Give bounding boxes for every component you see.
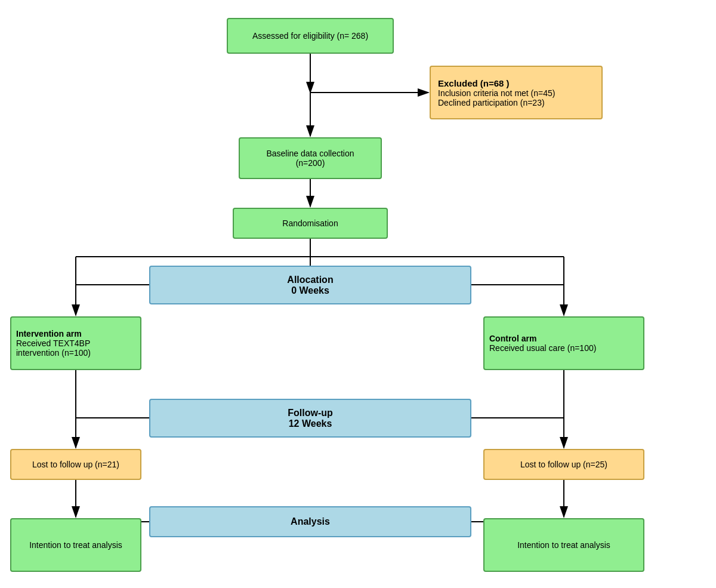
followup-label-bold: Follow-up xyxy=(288,408,333,418)
randomisation-label: Randomisation xyxy=(282,218,338,228)
analysis-label-bold: Analysis xyxy=(291,516,330,527)
excluded-box: Excluded (n=68 ) Inclusion criteria not … xyxy=(430,66,603,119)
baseline-box: Baseline data collection (n=200) xyxy=(239,137,382,179)
intervention-label-line1: Received TEXT4BP xyxy=(16,338,90,348)
excluded-label-line2: Declined participation (n=23) xyxy=(438,98,545,107)
lost-right-box: Lost to follow up (n=25) xyxy=(483,449,644,480)
itta-left-label: Intention to treat analysis xyxy=(29,540,122,550)
eligibility-label: Assessed for eligibility (n= 268) xyxy=(252,31,368,41)
lost-left-label: Lost to follow up (n=21) xyxy=(32,460,119,469)
eligibility-box: Assessed for eligibility (n= 268) xyxy=(227,18,394,54)
baseline-n: (n=200) xyxy=(296,158,325,168)
lost-right-label: Lost to follow up (n=25) xyxy=(520,460,607,469)
followup-box: Follow-up 12 Weeks xyxy=(149,399,471,438)
allocation-label-weeks: 0 Weeks xyxy=(291,285,329,296)
itta-left-box: Intention to treat analysis xyxy=(10,518,141,572)
control-box: Control arm Received usual care (n=100) xyxy=(483,316,644,370)
allocation-label-bold: Allocation xyxy=(287,275,333,285)
intervention-label-line2: intervention (n=100) xyxy=(16,348,91,358)
itta-right-label: Intention to treat analysis xyxy=(517,540,610,550)
followup-label-weeks: 12 Weeks xyxy=(289,418,332,429)
analysis-box: Analysis xyxy=(149,506,471,537)
itta-right-box: Intention to treat analysis xyxy=(483,518,644,572)
control-label-bold: Control arm xyxy=(489,334,536,343)
control-label-line1: Received usual care (n=100) xyxy=(489,343,596,353)
lost-left-box: Lost to follow up (n=21) xyxy=(10,449,141,480)
excluded-label-line1: Inclusion criteria not met (n=45) xyxy=(438,88,555,98)
baseline-label: Baseline data collection xyxy=(266,149,354,158)
randomisation-box: Randomisation xyxy=(233,208,388,239)
intervention-label-bold: Intervention arm xyxy=(16,329,82,338)
consort-diagram: Assessed for eligibility (n= 268) Exclud… xyxy=(0,0,716,588)
allocation-box: Allocation 0 Weeks xyxy=(149,266,471,304)
excluded-label-bold: Excluded (n=68 ) xyxy=(438,78,510,88)
intervention-box: Intervention arm Received TEXT4BP interv… xyxy=(10,316,141,370)
